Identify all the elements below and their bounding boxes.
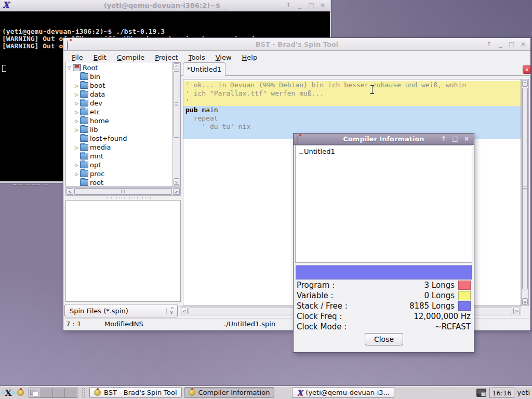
expander-icon[interactable]: ▷ [73,127,80,132]
code-segment: ' ich "Parallax.ttf" werfen muß... [185,89,324,97]
menu-tools[interactable]: Tools [183,52,210,62]
menu-help[interactable]: Help [237,52,263,62]
tab-close-button[interactable]: × [523,65,531,74]
taskbar-button-3[interactable]: X(yeti@qemu-devuan-i3... [292,387,394,398]
close-icon[interactable]: × [519,40,527,49]
tab-untitled1[interactable]: *Untitled1 [183,62,225,76]
scroll-up-icon[interactable]: ^ [174,63,179,70]
menu-project[interactable]: Project [150,52,183,62]
code-segment: main [197,106,218,114]
terminal-title: (yeti@qemu-devuan-i386:2)~$ _ [0,2,330,9]
tree-item-lib[interactable]: ▷lib [66,125,172,134]
menu-bar: FileEditCompileProjectToolsViewHelp [63,51,530,63]
editor-vertical-scrollbar[interactable]: ^ v [521,79,529,306]
menu-file[interactable]: File [66,52,88,62]
maximize-icon[interactable]: □ [451,135,459,143]
tree-item-opt[interactable]: ▷opt [66,161,172,169]
scrollbar-thumb[interactable] [174,71,179,138]
task-buttons: BST - Brad's Spin ToolCompiler Informati… [89,387,394,398]
workspace-pager[interactable] [29,388,77,398]
expander-icon[interactable]: ▽ [66,65,73,71]
panel-splitter-handle[interactable] [105,197,152,200]
workspace-3[interactable] [53,388,65,397]
minimize-icon[interactable]: _ [296,1,304,10]
menu-edit[interactable]: Edit [88,52,112,62]
workspace-1[interactable] [29,388,41,397]
memory-usage-bar [296,265,472,280]
object-tree-panel[interactable]: Untitled1 [295,145,472,263]
taskbar-handle[interactable] [82,388,85,398]
scroll-right-icon[interactable]: > [513,308,520,314]
workspace-4[interactable] [65,388,77,397]
clock: 16:16 [489,388,514,398]
tree-vertical-scrollbar[interactable]: ^ v [172,62,180,186]
taskbar-button-1[interactable]: BST - Brad's Spin Tool [89,387,182,398]
scroll-left-icon[interactable]: < [66,188,73,195]
tree-item-bin[interactable]: bin [66,72,172,81]
scroll-down-icon[interactable]: v [522,298,528,305]
object-tree-item[interactable]: Untitled1 [296,145,472,155]
expander-icon[interactable]: ▷ [73,92,80,97]
scroll-left-icon[interactable]: < [181,308,188,314]
scroll-right-icon[interactable]: > [173,188,180,195]
expander-icon[interactable]: ▷ [73,145,80,150]
rollup-icon[interactable]: ↑ [440,135,448,143]
tree-item-lost+found[interactable]: lost+found [66,134,172,143]
stat-label: Stack / Free : [297,301,348,311]
bst-titlebar[interactable]: BST - Brad's Spin Tool ↑ _ □ × [63,38,530,51]
dialog-titlebar[interactable]: Compiler Information ↑ □ × [294,134,474,145]
stat-value: 12,000,000 Hz [342,312,471,321]
menu-view[interactable]: View [210,52,237,62]
taskbar-button-2[interactable]: Compiler Information [184,387,275,398]
tree-item-media[interactable]: ▷media [66,143,172,152]
close-icon[interactable]: × [318,1,327,10]
rollup-icon[interactable]: ↑ [284,1,292,10]
maximize-icon[interactable]: □ [307,1,315,10]
tree-item-proc[interactable]: ▷proc [66,169,172,178]
scroll-up-icon[interactable]: ^ [522,80,528,87]
tree-item-label: lib [90,126,98,134]
code-segment: ' [185,98,190,105]
workspace-2[interactable] [41,388,53,397]
xterm-icon[interactable]: X [2,388,15,398]
stat-row: Stack / Free :8185 Longs [297,301,471,311]
bst-app-icon[interactable] [17,389,24,396]
tree-item-home[interactable]: ▷home [66,116,172,125]
terminal-titlebar[interactable]: X (yeti@qemu-devuan-i386:2)~$ _ ↑ _ □ × [0,0,330,11]
tree-horizontal-scrollbar[interactable]: < > [65,187,181,196]
scrollbar-thumb[interactable] [74,188,172,195]
file-filter-select[interactable]: Spin Files (*.spin) ^v [64,304,178,317]
editor-line: ' ich "Parallax.ttf" werfen muß... [183,89,521,98]
bst-app-icon [189,389,195,396]
menu-compile[interactable]: Compile [112,52,150,62]
tree-item-boot[interactable]: ▷boot [66,81,172,90]
tree-item-etc[interactable]: ▷etc [66,108,172,116]
maximize-icon[interactable]: □ [508,40,516,49]
tree-item-data[interactable]: ▷data [66,90,172,99]
tree-item-label: lost+found [90,135,127,142]
folder-icon [80,162,88,168]
folder-icon [80,91,88,98]
tree-item-dev[interactable]: ▷dev [66,99,172,108]
tree-item-root[interactable]: root [66,178,172,187]
expander-icon[interactable]: ▷ [73,83,80,88]
expander-icon[interactable]: ▷ [73,163,80,168]
folder-icon [80,144,88,151]
scroll-down-icon[interactable]: v [174,178,179,185]
rollup-icon[interactable]: ↑ [485,40,493,49]
tree-item-mnt[interactable]: mnt [66,152,172,161]
tree-item-Root[interactable]: ▽Root [66,63,172,72]
scrollbar-thumb[interactable] [522,88,528,289]
file-list-panel[interactable] [65,200,181,302]
display-tray-icon[interactable] [476,389,486,397]
expander-icon[interactable]: ▷ [73,118,80,124]
folder-icon [80,109,88,115]
expander-icon[interactable]: ▷ [73,171,80,177]
expander-icon[interactable]: ▷ [73,101,80,106]
close-button[interactable]: Close [365,333,403,345]
file-filter-value: Spin Files (*.spin) [70,307,128,315]
bst-app-icon [67,40,68,51]
minimize-icon[interactable]: _ [496,40,504,49]
close-icon[interactable]: × [462,135,471,143]
expander-icon[interactable]: ▷ [73,110,80,115]
